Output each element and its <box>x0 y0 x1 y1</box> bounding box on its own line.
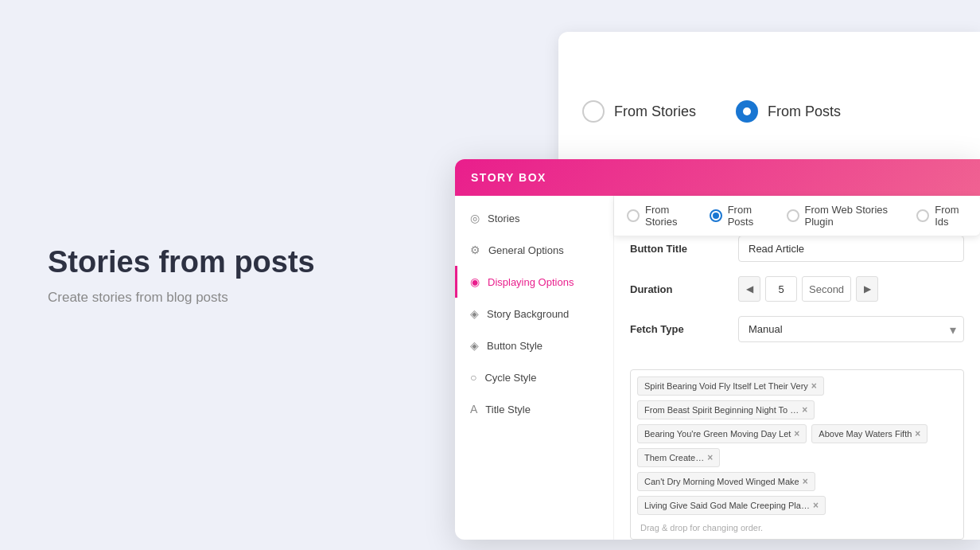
duration-decrement-button[interactable]: ◀ <box>738 276 760 302</box>
src-label-from-stories: From Stories <box>645 204 694 228</box>
duration-label: Duration <box>630 283 725 295</box>
src-radio-stories-icon <box>627 209 640 222</box>
src-label-from-ids: From Ids <box>935 204 967 228</box>
fetch-type-select-wrapper: Manual Auto <box>738 316 964 342</box>
page-subtitle: Create stories from blog posts <box>48 290 366 306</box>
button-style-icon: ◈ <box>470 339 479 352</box>
tag-7[interactable]: Living Give Said God Male Creeping Pla… … <box>637 496 826 515</box>
page-title: Stories from posts <box>48 244 366 281</box>
tag-6-close[interactable]: × <box>803 476 808 487</box>
sidebar-item-displaying-options[interactable]: ◉ Displaying Options <box>455 266 613 298</box>
source-option-from-web-stories[interactable]: From Web Stories Plugin <box>787 204 901 228</box>
tags-row-3: Can't Dry Morning Moved Winged Make × Li… <box>637 472 957 515</box>
button-title-row: Button Title <box>630 236 964 262</box>
stories-icon: ◎ <box>470 212 480 224</box>
tag-2[interactable]: From Beast Spirit Beginning Night To … × <box>637 400 815 419</box>
tag-4[interactable]: Above May Waters Fifth × <box>811 424 928 443</box>
sidebar-item-story-background[interactable]: ◈ Story Background <box>455 298 613 330</box>
displaying-options-icon: ◉ <box>470 275 480 288</box>
tag-6[interactable]: Can't Dry Morning Moved Winged Make × <box>637 472 815 491</box>
src-label-from-posts: From Posts <box>728 204 771 228</box>
sidebar-label-title-style: Title Style <box>485 404 531 415</box>
button-title-input[interactable] <box>738 236 964 262</box>
fetch-type-label: Fetch Type <box>630 323 725 335</box>
plugin-card: STORY BOX ◎ Stories ⚙ General Options ◉ … <box>455 159 980 540</box>
src-radio-ids-icon <box>916 209 929 222</box>
duration-row: Duration ◀ 5 Second ▶ <box>630 276 964 302</box>
sidebar-label-story-background: Story Background <box>487 308 569 320</box>
tag-2-label: From Beast Spirit Beginning Night To … <box>644 405 799 415</box>
tag-7-close[interactable]: × <box>813 500 819 511</box>
tag-1-close[interactable]: × <box>811 380 817 392</box>
tag-5-label: Them Create… <box>644 453 704 462</box>
tag-4-label: Above May Waters Fifth <box>819 429 912 439</box>
plugin-nav: ◎ Stories ⚙ General Options ◉ Displaying… <box>455 196 614 540</box>
bg-radio-group: From Stories From Posts <box>582 100 841 123</box>
fetch-type-row: Fetch Type Manual Auto <box>630 316 964 342</box>
plugin-body: ◎ Stories ⚙ General Options ◉ Displaying… <box>455 196 980 540</box>
plugin-header: STORY BOX <box>455 159 980 196</box>
tag-3[interactable]: Bearing You're Green Moving Day Let × <box>637 424 807 443</box>
button-title-label: Button Title <box>630 243 725 255</box>
general-options-icon: ⚙ <box>470 244 480 256</box>
tag-1-label: Spirit Bearing Void Fly Itself Let Their… <box>644 381 808 391</box>
title-style-icon: A <box>470 403 477 415</box>
duration-increment-button[interactable]: ▶ <box>856 276 878 302</box>
cycle-style-icon: ○ <box>470 371 476 384</box>
sidebar-label-button-style: Button Style <box>487 340 542 352</box>
tag-3-close[interactable]: × <box>794 428 799 439</box>
sidebar-label-displaying-options: Displaying Options <box>488 276 574 288</box>
tag-1[interactable]: Spirit Bearing Void Fly Itself Let Their… <box>637 376 824 396</box>
bg-from-stories-label: From Stories <box>614 103 696 120</box>
bg-radio-from-stories[interactable]: From Stories <box>582 100 696 123</box>
sidebar-item-general-options[interactable]: ⚙ General Options <box>455 234 613 266</box>
tag-5[interactable]: Them Create… × <box>637 448 720 467</box>
duration-unit: Second <box>802 276 851 302</box>
src-radio-posts-icon <box>710 209 722 222</box>
tag-4-close[interactable]: × <box>915 428 920 439</box>
source-option-from-posts[interactable]: From Posts <box>710 204 771 228</box>
fetch-type-select[interactable]: Manual Auto <box>738 316 964 342</box>
sidebar-label-general-options: General Options <box>488 244 564 256</box>
drag-hint: Drag & drop for changing order. <box>637 520 957 532</box>
source-option-from-stories[interactable]: From Stories <box>627 204 694 228</box>
sidebar-item-cycle-style[interactable]: ○ Cycle Style <box>455 361 613 393</box>
source-option-from-ids[interactable]: From Ids <box>916 204 967 228</box>
source-dropdown: From Stories From Posts From Web Stories… <box>614 196 980 236</box>
story-background-icon: ◈ <box>470 307 479 320</box>
tag-6-label: Can't Dry Morning Moved Winged Make <box>644 477 799 486</box>
radio-empty-icon <box>582 100 605 123</box>
tag-7-label: Living Give Said God Male Creeping Pla… <box>644 501 810 510</box>
bg-radio-from-posts[interactable]: From Posts <box>736 100 841 123</box>
plugin-header-title: STORY BOX <box>471 171 546 184</box>
tags-area: Spirit Bearing Void Fly Itself Let Their… <box>630 369 964 540</box>
sidebar-item-stories[interactable]: ◎ Stories <box>455 202 613 234</box>
tag-5-close[interactable]: × <box>707 452 713 463</box>
bg-from-posts-label: From Posts <box>768 103 841 120</box>
sidebar-item-title-style[interactable]: A Title Style <box>455 393 613 425</box>
duration-value: 5 <box>765 276 797 302</box>
tags-row-2: Bearing You're Green Moving Day Let × Ab… <box>637 424 957 467</box>
sidebar-item-button-style[interactable]: ◈ Button Style <box>455 330 613 361</box>
src-radio-web-stories-icon <box>787 209 799 222</box>
duration-stepper: ◀ 5 Second ▶ <box>738 276 878 302</box>
tag-3-label: Bearing You're Green Moving Day Let <box>644 429 791 439</box>
sidebar-label-stories: Stories <box>488 213 519 224</box>
sidebar-label-cycle-style: Cycle Style <box>484 372 536 384</box>
radio-filled-icon <box>736 100 758 123</box>
tag-2-close[interactable]: × <box>802 404 807 415</box>
plugin-content: From Stories From Posts From Web Stories… <box>614 196 980 540</box>
src-label-from-web-stories: From Web Stories Plugin <box>805 204 901 228</box>
left-panel: Stories from posts Create stories from b… <box>48 244 366 306</box>
tags-row-1: Spirit Bearing Void Fly Itself Let Their… <box>637 376 957 419</box>
